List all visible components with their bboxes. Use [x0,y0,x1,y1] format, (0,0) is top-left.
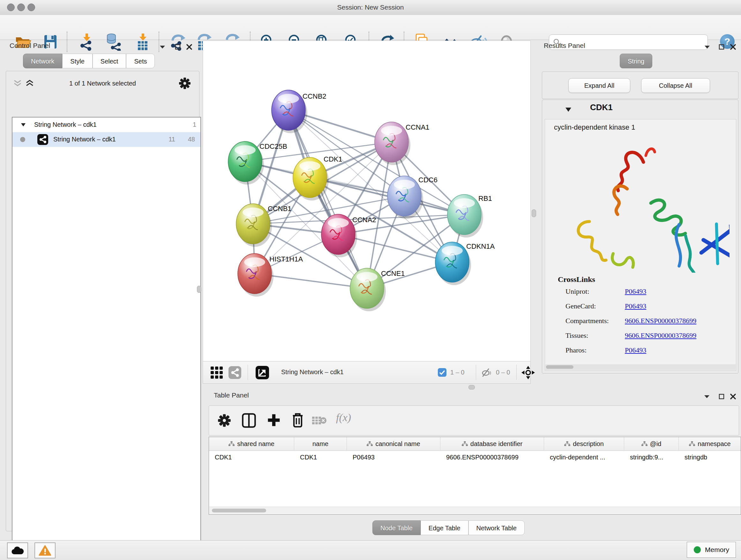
network-node-cdc6[interactable] [387,176,423,219]
network-node-ccna1[interactable] [375,122,410,165]
network-collection-row[interactable]: String Network – cdk1 1 [12,118,200,132]
network-node-cdkn1a[interactable] [435,242,471,285]
warnings-button[interactable] [35,543,56,558]
scrollbar-thumb[interactable] [212,509,266,512]
table-cell-canonical-name[interactable]: P06493 [347,451,441,463]
panel-close-icon[interactable] [730,44,737,50]
horizontal-splitter-handle[interactable] [468,385,475,389]
birds-eye-navigator-icon[interactable] [522,366,535,379]
shared-column-icon [462,441,468,446]
collection-count: 1 [185,121,196,128]
crosslink-value-link[interactable]: 9606.ENSP00000378699 [625,317,696,325]
open-in-new-window-icon[interactable] [256,366,269,379]
network-edge-count: 48 [182,136,195,143]
network-node-cdc25b[interactable] [228,141,264,185]
crosslink-value-link[interactable]: P06493 [625,302,646,310]
table-horizontal-scrollbar[interactable] [209,507,740,514]
panel-close-icon[interactable] [730,393,737,400]
tab-edge-table[interactable]: Edge Table [421,520,468,535]
network-options-gear-icon[interactable] [179,77,191,90]
table-cell-name[interactable]: CDK1 [294,451,347,463]
grid-view-icon[interactable] [210,366,223,379]
memory-label: Memory [705,546,729,554]
window-title: Session: New Session [0,3,741,11]
column-header-description[interactable]: description [544,437,624,450]
panel-menu-icon[interactable] [159,44,166,50]
network-view-share-icon[interactable] [228,366,241,379]
table-cell-namespace[interactable]: stringdb [679,451,741,463]
node-label: CDKN1A [466,242,495,250]
tab-string[interactable]: String [620,54,652,68]
tab-select[interactable]: Select [92,54,126,68]
panel-float-icon[interactable] [718,393,725,400]
network-node-cdk1[interactable] [293,158,329,200]
hidden-eye-slash-icon[interactable] [481,368,493,377]
column-header-canonical-name[interactable]: canonical name [347,437,441,450]
table-toolbar: f(x) [209,406,739,435]
bar-separator [248,365,248,380]
network-view-title: String Network – cdk1 [281,368,344,376]
results-panel-title: Results Panel [544,42,585,50]
column-header-shared-name[interactable]: shared name [209,437,294,450]
table-cell-database-identifier[interactable]: 9606.ENSP00000378699 [441,451,544,463]
gene-collapse-icon[interactable] [565,107,571,112]
selected-count: 1 – 0 [450,369,464,376]
selected-checkbox-icon[interactable] [438,368,447,377]
tab-sets[interactable]: Sets [126,54,155,68]
left-splitter-handle[interactable] [197,286,201,293]
show-columns-icon[interactable] [242,413,256,428]
expand-all-button[interactable]: Expand All [568,78,630,93]
crosslink-value-link[interactable]: P06493 [625,287,646,296]
gene-name: CDK1 [590,103,613,112]
network-node-ccnb1[interactable] [236,204,272,247]
crosslinks-list: Uniprot:P06493GeneCard:P06493Compartment… [565,287,731,361]
panel-float-icon[interactable] [718,44,725,50]
network-selected-status: 1 of 1 Network selected [6,80,199,87]
crosslink-value-link[interactable]: P06493 [625,346,646,354]
collapse-all-button[interactable]: Collapse All [641,78,710,93]
network-view[interactable]: CCNB2CCNA1CDC25BCDK1CDC6RB1CCNB1CCNA2CDK… [203,41,531,361]
table-row[interactable]: CDK1CDK1P064939606.ENSP00000378699cyclin… [209,451,741,463]
tree-expand-icon[interactable] [21,123,26,127]
table-options-gear-icon[interactable] [217,414,231,428]
add-column-icon[interactable] [266,413,281,428]
table-cell-shared-name[interactable]: CDK1 [209,451,294,463]
network-row[interactable]: String Network – cdk1 11 48 [12,132,200,147]
delete-column-icon[interactable] [291,412,305,428]
panel-menu-icon[interactable] [703,393,711,400]
column-header-label: name [313,440,328,448]
cloud-button[interactable] [7,543,28,558]
results-horizontal-scrollbar[interactable] [545,364,736,370]
column-header-label: description [573,440,604,448]
network-graph[interactable]: CCNB2CCNA1CDC25BCDK1CDC6RB1CCNB1CCNA2CDK… [203,41,530,361]
tab-network-table[interactable]: Network Table [468,520,525,535]
collection-label: String Network – cdk1 [34,121,97,128]
column-header-namespace[interactable]: namespace [679,437,741,450]
table-cell-description[interactable]: cyclin-dependent ... [544,451,624,463]
function-builder-icon: f(x) [336,412,351,424]
tab-network[interactable]: Network [23,54,62,68]
column-header-database-identifier[interactable]: database identifier [441,437,544,450]
panel-menu-icon[interactable] [704,44,711,50]
network-node-ccne1[interactable] [350,268,386,311]
crosslink-label: Compartments: [565,317,609,325]
node-label: CCNB1 [268,205,292,212]
panel-float-icon[interactable] [174,44,181,50]
column-header-label: namespace [697,440,731,448]
protein-structure-image [551,135,730,273]
panel-close-icon[interactable] [186,44,193,50]
memory-button[interactable]: Memory [687,542,736,558]
crosslink-value-link[interactable]: 9606.ENSP00000378699 [625,331,696,340]
tab-style[interactable]: Style [62,54,92,68]
column-header-name[interactable]: name [294,437,347,450]
tab-node-table[interactable]: Node Table [373,520,421,535]
network-node-ccnb2[interactable] [272,90,307,133]
network-node-rb1[interactable] [448,194,483,238]
shared-column-icon [228,441,234,446]
node-label: CCNA2 [352,216,376,224]
column-header-id[interactable]: @id [624,437,679,450]
network-node-ccna2[interactable] [321,214,357,257]
table-cell-id[interactable]: stringdb:9... [624,451,679,463]
network-node-hist1h1a[interactable] [238,253,273,297]
cloud-icon [11,546,24,555]
